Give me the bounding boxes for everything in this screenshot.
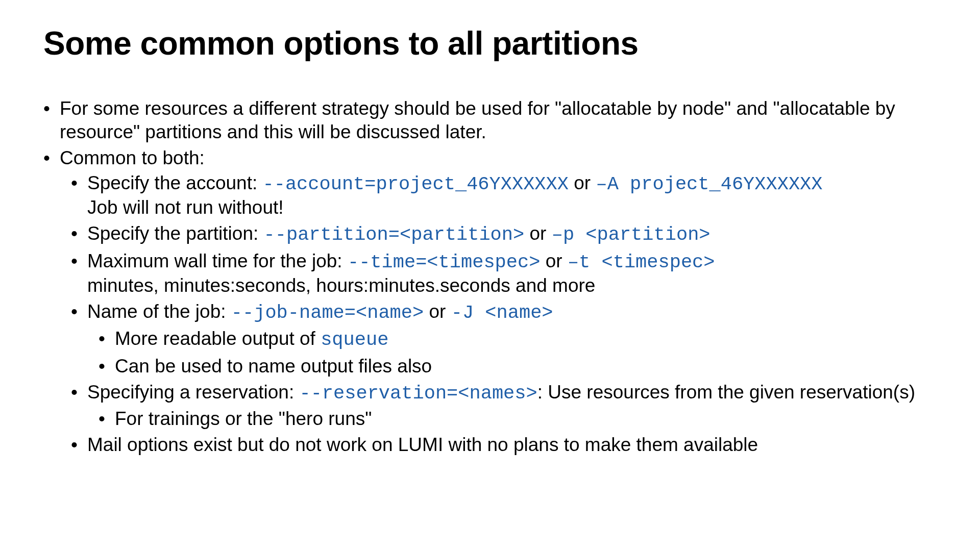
reservation-sublist: For trainings or the "hero runs" xyxy=(87,407,937,430)
slide-title: Some common options to all partitions xyxy=(43,26,937,61)
walltime-pre: Maximum wall time for the job: xyxy=(87,251,348,271)
bullet-common: Common to both: Specify the account: --a… xyxy=(43,146,937,457)
walltime-short-flag: –t <timespec> xyxy=(568,252,715,273)
bullet-list: For some resources a different strategy … xyxy=(43,97,937,456)
or-2: or xyxy=(524,223,551,244)
or-3: or xyxy=(540,251,567,271)
account-note: Job will not run without! xyxy=(87,196,937,219)
or-1: or xyxy=(569,172,596,193)
or-4: or xyxy=(424,301,451,322)
account-long-flag: --account=project_46YXXXXXX xyxy=(262,173,569,195)
walltime-note: minutes, minutes:seconds, hours:minutes.… xyxy=(87,274,937,297)
bullet-jobname: Name of the job: --job-name=<name> or -J… xyxy=(71,300,937,377)
account-pre: Specify the account: xyxy=(87,172,262,193)
common-list: Specify the account: --account=project_4… xyxy=(60,171,937,456)
jobname-pre: Name of the job: xyxy=(87,301,231,322)
bullet-squeue: More readable output of squeue xyxy=(99,327,937,352)
bullet-partition: Specify the partition: --partition=<part… xyxy=(71,222,937,246)
squeue-pre: More readable output of xyxy=(115,328,321,349)
squeue-cmd: squeue xyxy=(321,329,388,350)
walltime-long-flag: --time=<timespec> xyxy=(348,252,540,273)
partition-long-flag: --partition=<partition> xyxy=(264,224,525,245)
account-short-flag: –A project_46YXXXXXX xyxy=(596,173,822,195)
bullet-name-output: Can be used to name output files also xyxy=(99,355,937,378)
reservation-post: : Use resources from the given reservati… xyxy=(537,382,915,403)
reservation-pre: Specifying a reservation: xyxy=(87,382,299,403)
jobname-sublist: More readable output of squeue Can be us… xyxy=(87,327,937,378)
bullet-common-text: Common to both: xyxy=(60,147,205,168)
bullet-strategy: For some resources a different strategy … xyxy=(43,97,937,143)
bullet-hero-runs: For trainings or the "hero runs" xyxy=(99,407,937,430)
reservation-long-flag: --reservation=<names> xyxy=(299,383,537,404)
partition-pre: Specify the partition: xyxy=(87,223,264,244)
partition-short-flag: –p <partition> xyxy=(552,224,710,245)
jobname-short-flag: -J <name> xyxy=(451,302,553,323)
slide: Some common options to all partitions Fo… xyxy=(0,0,980,551)
bullet-mail: Mail options exist but do not work on LU… xyxy=(71,433,937,456)
bullet-walltime: Maximum wall time for the job: --time=<t… xyxy=(71,249,937,297)
bullet-reservation: Specifying a reservation: --reservation=… xyxy=(71,381,937,430)
bullet-account: Specify the account: --account=project_4… xyxy=(71,171,937,219)
jobname-long-flag: --job-name=<name> xyxy=(231,302,424,323)
